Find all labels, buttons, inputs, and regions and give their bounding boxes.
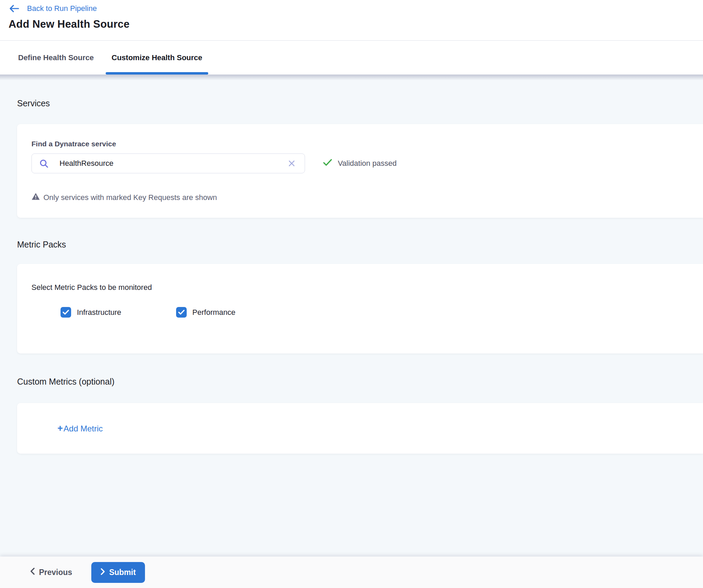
- tab-bar: Define Health Source Customize Health So…: [0, 41, 703, 75]
- service-search-box: [31, 153, 305, 173]
- service-search-input[interactable]: [59, 159, 288, 168]
- add-metric-button[interactable]: + Add Metric: [57, 423, 103, 434]
- plus-icon: +: [57, 423, 63, 434]
- page-title: Add New Health Source: [9, 18, 703, 30]
- custom-metrics-card: + Add Metric: [17, 403, 703, 454]
- checkbox-label: Performance: [193, 308, 236, 317]
- metric-packs-heading: Metric Packs: [17, 240, 703, 250]
- services-warning: Only services with marked Key Requests a…: [31, 192, 688, 202]
- footer-bar: Previous Submit: [0, 557, 703, 588]
- checkbox-performance[interactable]: Performance: [176, 307, 236, 318]
- tab-customize-health-source[interactable]: Customize Health Source: [106, 41, 208, 75]
- checkbox-infrastructure[interactable]: Infrastructure: [61, 307, 121, 318]
- services-card: Find a Dynatrace service: [17, 124, 703, 218]
- previous-label: Previous: [39, 568, 72, 577]
- validation-label: Validation passed: [338, 159, 397, 168]
- custom-metrics-heading: Custom Metrics (optional): [17, 377, 703, 387]
- submit-button[interactable]: Submit: [91, 562, 145, 583]
- search-icon: [39, 159, 49, 168]
- chevron-right-icon: [101, 568, 105, 577]
- back-link-label: Back to Run Pipeline: [27, 4, 97, 13]
- tab-define-health-source[interactable]: Define Health Source: [12, 41, 100, 75]
- find-service-label: Find a Dynatrace service: [31, 140, 688, 148]
- validation-status: Validation passed: [323, 158, 397, 169]
- warning-label: Only services with marked Key Requests a…: [43, 193, 217, 202]
- checked-checkbox-icon[interactable]: [61, 307, 71, 318]
- submit-label: Submit: [109, 568, 136, 577]
- chevron-left-icon: [30, 567, 35, 577]
- page-header: Back to Run Pipeline Add New Health Sour…: [0, 0, 703, 41]
- checked-checkbox-icon[interactable]: [176, 307, 187, 318]
- previous-button[interactable]: Previous: [30, 567, 72, 577]
- tab-label: Define Health Source: [18, 53, 94, 62]
- check-icon: [323, 158, 333, 169]
- active-tab-underline: [106, 72, 208, 75]
- metric-packs-card: Select Metric Packs to be monitored Infr…: [17, 264, 703, 353]
- tab-label: Customize Health Source: [111, 53, 202, 62]
- back-link[interactable]: Back to Run Pipeline: [9, 4, 97, 13]
- add-metric-label: Add Metric: [64, 424, 103, 433]
- checkbox-label: Infrastructure: [77, 308, 121, 317]
- warning-icon: [31, 192, 40, 202]
- services-heading: Services: [17, 75, 703, 108]
- metric-packs-subtitle: Select Metric Packs to be monitored: [31, 283, 688, 292]
- back-arrow-icon: [9, 4, 19, 13]
- customize-health-source-panel: Services Find a Dynatrace service: [0, 75, 703, 557]
- clear-search-icon[interactable]: [288, 159, 296, 168]
